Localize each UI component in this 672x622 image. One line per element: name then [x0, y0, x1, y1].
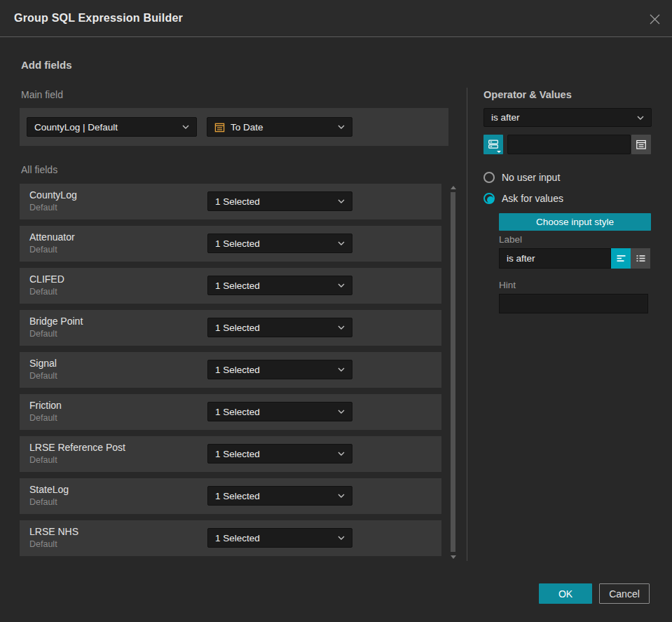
chevron-down-icon [182, 125, 189, 129]
dialog-header: Group SQL Expression Builder [0, 0, 672, 37]
chevron-down-icon [497, 151, 501, 153]
chevron-down-icon [338, 452, 345, 456]
field-row: CountyLog Default 1 Selected [20, 184, 441, 219]
main-field-date-select[interactable]: To Date [207, 117, 352, 137]
field-selected-dropdown[interactable]: 1 Selected [207, 234, 352, 253]
radio-no-user-input[interactable]: No user input [484, 172, 560, 183]
field-selected-dropdown[interactable]: 1 Selected [207, 318, 352, 337]
field-selected-dropdown-label: 1 Selected [215, 491, 334, 501]
chevron-down-icon [338, 536, 345, 540]
field-selected-dropdown[interactable]: 1 Selected [207, 486, 352, 506]
field-row: CLIFED Default 1 Selected [20, 268, 441, 304]
chevron-down-icon [338, 325, 345, 330]
main-field-card: CountyLog | Default To Date [20, 108, 448, 146]
radio-label: Ask for values [502, 193, 563, 204]
chevron-down-icon [338, 241, 345, 245]
all-fields-list: CountyLog Default 1 Selected Attenuator … [20, 184, 441, 562]
field-row: LRSE NHS Default 1 Selected [20, 520, 441, 556]
close-icon [649, 13, 661, 25]
chevron-down-icon [338, 410, 345, 414]
field-selected-dropdown[interactable]: 1 Selected [207, 191, 352, 211]
bullet-list-icon [636, 253, 646, 264]
stacked-rows-icon [488, 139, 499, 150]
align-left-icon [616, 253, 626, 264]
main-field-select-value: CountyLog | Default [34, 122, 178, 133]
group-sql-expression-builder-dialog: Group SQL Expression Builder Add fields … [0, 0, 672, 622]
date-picker-button[interactable] [631, 135, 651, 154]
field-selected-dropdown[interactable]: 1 Selected [207, 444, 352, 464]
calendar-icon [636, 139, 647, 150]
field-selected-dropdown-label: 1 Selected [215, 323, 334, 333]
label-input[interactable] [499, 248, 611, 269]
list-input-style-button[interactable] [631, 248, 650, 269]
fields-scrollbar[interactable] [450, 184, 456, 561]
field-row: Bridge Point Default 1 Selected [20, 310, 441, 346]
radio-icon [484, 193, 495, 204]
single-line-input-style-button[interactable] [611, 248, 631, 269]
field-row: Attenuator Default 1 Selected [20, 226, 441, 262]
field-selected-dropdown-label: 1 Selected [215, 196, 334, 207]
chevron-down-icon [338, 494, 345, 498]
field-selected-dropdown-label: 1 Selected [215, 533, 334, 543]
field-selected-dropdown[interactable]: 1 Selected [207, 528, 352, 548]
field-selected-dropdown-label: 1 Selected [215, 280, 334, 291]
chevron-down-icon [637, 116, 644, 120]
chevron-down-icon [338, 199, 345, 203]
operator-values-heading: Operator & Values [484, 89, 572, 100]
scrollbar-thumb[interactable] [451, 192, 455, 552]
field-row: Signal Default 1 Selected [20, 352, 441, 388]
value-type-button[interactable] [484, 135, 503, 154]
ok-button[interactable]: OK [539, 583, 592, 604]
field-selected-dropdown[interactable]: 1 Selected [207, 360, 352, 379]
choose-input-style-button[interactable]: Choose input style [499, 213, 651, 231]
label-caption: Label [499, 234, 522, 245]
field-selected-dropdown[interactable]: 1 Selected [207, 276, 352, 295]
add-fields-heading: Add fields [21, 59, 72, 71]
scroll-up-icon[interactable] [451, 186, 456, 189]
field-selected-dropdown-label: 1 Selected [215, 407, 334, 417]
field-row: Friction Default 1 Selected [20, 394, 441, 430]
dialog-title: Group SQL Expression Builder [14, 12, 183, 25]
panel-divider [467, 88, 467, 561]
field-selected-dropdown-label: 1 Selected [215, 238, 334, 249]
chevron-down-icon [338, 125, 345, 129]
operator-select[interactable]: is after [484, 108, 652, 127]
operator-select-value: is after [491, 112, 633, 123]
main-field-select[interactable]: CountyLog | Default [27, 117, 197, 137]
field-row: LRSE Reference Post Default 1 Selected [20, 436, 441, 472]
main-field-date-select-value: To Date [231, 122, 334, 133]
radio-ask-for-values[interactable]: Ask for values [484, 193, 563, 204]
hint-caption: Hint [499, 280, 516, 290]
field-selected-dropdown-label: 1 Selected [215, 449, 334, 459]
field-selected-dropdown-label: 1 Selected [215, 365, 334, 375]
calendar-icon [214, 122, 225, 133]
main-field-label: Main field [21, 89, 63, 100]
value-input[interactable] [507, 135, 631, 154]
field-row: StateLog Default 1 Selected [20, 478, 441, 514]
close-button[interactable] [645, 10, 664, 28]
radio-label: No user input [502, 172, 560, 183]
scroll-down-icon[interactable] [451, 555, 456, 559]
hint-input[interactable] [499, 294, 648, 313]
radio-icon [484, 172, 495, 183]
chevron-down-icon [338, 367, 345, 372]
chevron-down-icon [338, 283, 345, 288]
cancel-button[interactable]: Cancel [599, 583, 650, 604]
all-fields-label: All fields [21, 164, 57, 175]
field-selected-dropdown[interactable]: 1 Selected [207, 402, 352, 421]
